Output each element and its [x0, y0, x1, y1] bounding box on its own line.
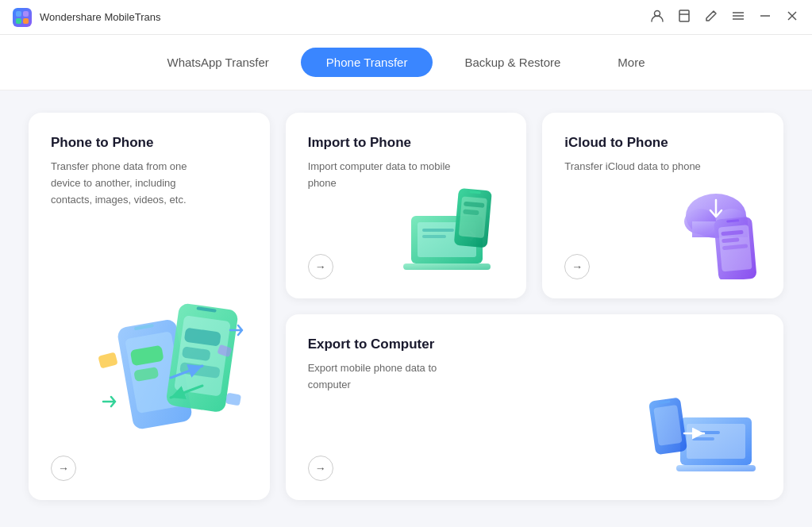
svg-rect-2: [16, 18, 21, 24]
tab-more[interactable]: More: [592, 48, 670, 77]
nav-bar: WhatsApp Transfer Phone Transfer Backup …: [0, 35, 812, 90]
svg-rect-5: [679, 10, 689, 21]
card-import-title: Import to Phone: [308, 135, 505, 151]
titlebar: Wondershare MobileTrans: [0, 0, 812, 35]
card-export-desc: Export mobile phone data to computer: [308, 360, 451, 394]
svg-rect-24: [225, 393, 241, 406]
phone-to-phone-illustration: [95, 283, 262, 452]
svg-rect-29: [422, 229, 454, 232]
card-phone-to-phone-arrow[interactable]: →: [51, 456, 76, 481]
card-phone-to-phone-desc: Transfer phone data from one device to a…: [51, 159, 194, 208]
bookmark-icon[interactable]: [677, 9, 691, 25]
svg-rect-0: [16, 11, 21, 17]
close-icon[interactable]: [785, 9, 799, 25]
card-export-title: Export to Computer: [308, 337, 761, 352]
svg-rect-3: [23, 18, 29, 24]
tab-whatsapp[interactable]: WhatsApp Transfer: [141, 48, 294, 77]
svg-rect-47: [687, 424, 745, 459]
main-content: Phone to Phone Transfer phone data from …: [0, 90, 812, 522]
svg-rect-28: [403, 264, 491, 270]
export-illustration: [641, 386, 768, 484]
tab-phone[interactable]: Phone Transfer: [301, 48, 433, 77]
svg-rect-30: [422, 235, 446, 238]
card-icloud-desc: Transfer iCloud data to phone: [564, 159, 707, 175]
card-icloud-to-phone[interactable]: iCloud to Phone Transfer iCloud data to …: [542, 113, 783, 298]
icloud-illustration: [656, 184, 768, 283]
card-import-arrow[interactable]: →: [308, 254, 333, 279]
tab-backup[interactable]: Backup & Restore: [439, 48, 586, 77]
card-import-to-phone[interactable]: Import to Phone Import computer data to …: [286, 113, 527, 298]
minimize-icon[interactable]: [758, 9, 772, 25]
card-phone-to-phone-title: Phone to Phone: [51, 135, 248, 151]
titlebar-controls: [650, 9, 799, 25]
svg-rect-23: [98, 352, 117, 368]
card-icloud-arrow[interactable]: →: [564, 254, 590, 279]
card-export-arrow[interactable]: →: [308, 456, 333, 481]
app-name: Wondershare MobileTrans: [40, 11, 160, 23]
app-icon: [13, 8, 32, 27]
card-phone-to-phone[interactable]: Phone to Phone Transfer phone data from …: [29, 113, 270, 500]
import-illustration: [399, 184, 510, 283]
titlebar-left: Wondershare MobileTrans: [13, 8, 160, 27]
svg-rect-48: [676, 465, 756, 471]
card-icloud-title: iCloud to Phone: [564, 135, 761, 151]
svg-rect-1: [23, 11, 29, 17]
menu-icon[interactable]: [731, 9, 745, 25]
edit-icon[interactable]: [704, 9, 718, 25]
profile-icon[interactable]: [650, 9, 664, 25]
card-export-to-computer[interactable]: Export to Computer Export mobile phone d…: [286, 314, 783, 500]
svg-rect-50: [692, 437, 714, 440]
